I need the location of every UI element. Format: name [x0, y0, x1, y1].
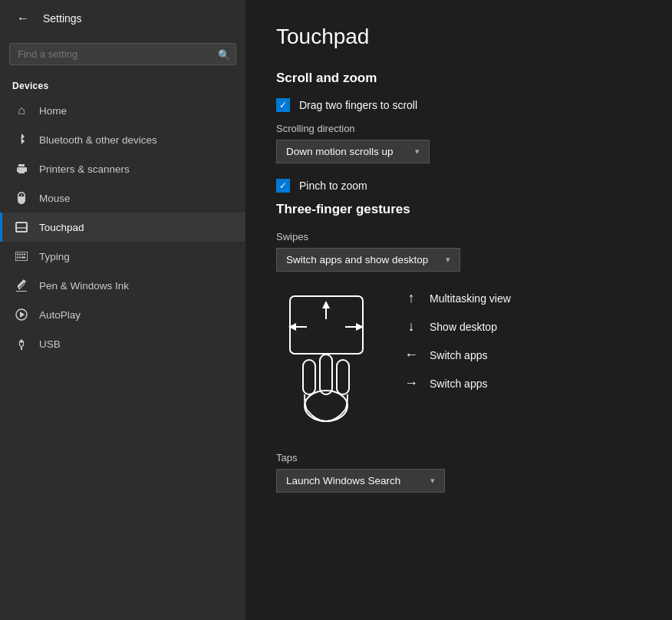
touchpad-icon [15, 220, 28, 234]
sidebar-item-label: Typing [39, 251, 70, 262]
gesture-item-switch-apps-right: → Switch apps [404, 375, 511, 391]
svg-rect-4 [19, 254, 21, 256]
sidebar-item-label: Printers & scanners [39, 163, 130, 175]
dropdown-arrow-icon: ▾ [446, 255, 450, 265]
gesture-label: Switch apps [430, 378, 487, 390]
printer-icon [15, 162, 28, 176]
sidebar-item-label: Home [39, 105, 67, 117]
settings-title: Settings [43, 12, 82, 25]
dropdown-arrow-icon: ▾ [430, 476, 435, 486]
drag-two-fingers-row: ✓ Drag two fingers to scroll [276, 98, 641, 112]
sidebar-item-typing[interactable]: Typing [0, 242, 245, 271]
search-box: 🔍 [9, 43, 236, 65]
svg-rect-0 [16, 223, 27, 232]
svg-rect-9 [21, 257, 25, 259]
sidebar-item-pen[interactable]: Pen & Windows Ink [0, 271, 245, 300]
svg-rect-8 [19, 257, 21, 259]
scrolling-direction-label: Scrolling direction [276, 123, 355, 134]
scrolling-direction-dropdown[interactable]: Down motion scrolls up ▾ [276, 140, 430, 163]
scroll-zoom-section: Scroll and zoom ✓ Drag two fingers to sc… [276, 71, 641, 193]
down-arrow-icon: ↓ [404, 318, 419, 335]
search-icon: 🔍 [218, 48, 230, 60]
three-finger-heading: Three-finger gestures [276, 202, 641, 217]
sidebar-item-bluetooth[interactable]: Bluetooth & other devices [0, 125, 245, 154]
svg-rect-22 [303, 360, 315, 394]
svg-rect-13 [21, 347, 22, 350]
sidebar-item-autoplay[interactable]: AutoPlay [0, 300, 245, 329]
left-arrow-icon: ← [404, 347, 419, 363]
typing-icon [15, 249, 28, 263]
sidebar-item-label: Mouse [39, 193, 71, 204]
gesture-illustration [276, 287, 376, 429]
devices-section-label: Devices [0, 71, 245, 96]
sidebar-item-home[interactable]: ⌂ Home [0, 96, 245, 125]
sidebar: ← Settings 🔍 Devices ⌂ Home Bluetooth & … [0, 0, 245, 620]
gesture-label: Multitasking view [430, 292, 511, 305]
home-icon: ⌂ [15, 104, 28, 117]
checkmark-icon: ✓ [279, 181, 287, 190]
sidebar-item-printers[interactable]: Printers & scanners [0, 154, 245, 183]
svg-marker-12 [20, 312, 25, 318]
sidebar-item-label: Bluetooth & other devices [39, 134, 157, 146]
gesture-item-show-desktop: ↓ Show desktop [404, 318, 511, 335]
gesture-label: Show desktop [430, 321, 497, 333]
taps-value: Launch Windows Search [286, 475, 424, 486]
svg-rect-6 [24, 254, 25, 256]
sidebar-header: ← Settings [0, 0, 245, 37]
gesture-area: ↑ Multitasking view ↓ Show desktop ← Swi… [276, 287, 641, 429]
swipes-label: Swipes [276, 231, 308, 242]
pinch-zoom-label: Pinch to zoom [299, 180, 367, 192]
scrolling-direction-value: Down motion scrolls up [286, 146, 409, 157]
back-button[interactable]: ← [12, 8, 34, 29]
mouse-icon [15, 191, 28, 205]
svg-rect-24 [337, 360, 349, 394]
gesture-item-multitasking: ↑ Multitasking view [404, 290, 511, 306]
search-input[interactable] [9, 43, 236, 65]
up-arrow-icon: ↑ [404, 290, 419, 306]
drag-two-fingers-label: Drag two fingers to scroll [299, 99, 417, 111]
sidebar-nav: ⌂ Home Bluetooth & other devices Printer… [0, 96, 245, 358]
taps-label: Taps [276, 452, 297, 463]
gesture-item-switch-apps-left: ← Switch apps [404, 347, 511, 363]
three-finger-section: Three-finger gestures Swipes Switch apps… [276, 202, 641, 493]
page-title: Touchpad [276, 25, 641, 49]
sidebar-item-mouse[interactable]: Mouse [0, 183, 245, 213]
bluetooth-icon [15, 133, 28, 147]
taps-dropdown[interactable]: Launch Windows Search ▾ [276, 469, 445, 493]
taps-section: Taps Launch Windows Search ▾ [276, 450, 641, 493]
pen-icon [15, 279, 28, 292]
svg-rect-5 [21, 254, 23, 256]
gesture-legend: ↑ Multitasking view ↓ Show desktop ← Swi… [404, 287, 511, 391]
sidebar-item-touchpad[interactable]: Touchpad [0, 213, 245, 242]
drag-two-fingers-checkbox[interactable]: ✓ [276, 98, 290, 112]
svg-rect-3 [17, 254, 18, 256]
swipes-value: Switch apps and show desktop [286, 254, 440, 265]
checkmark-icon: ✓ [279, 101, 287, 110]
svg-rect-23 [320, 355, 332, 394]
sidebar-item-label: AutoPlay [39, 309, 81, 321]
sidebar-item-label: Pen & Windows Ink [39, 280, 129, 292]
autoplay-icon [15, 308, 28, 322]
dropdown-arrow-icon: ▾ [415, 147, 420, 157]
swipes-dropdown[interactable]: Switch apps and show desktop ▾ [276, 248, 460, 272]
pinch-zoom-checkbox[interactable]: ✓ [276, 179, 290, 193]
svg-marker-16 [322, 301, 330, 308]
pinch-zoom-row: ✓ Pinch to zoom [276, 179, 641, 193]
main-content: Touchpad Scroll and zoom ✓ Drag two fing… [245, 0, 672, 620]
usb-icon [15, 337, 28, 351]
svg-rect-7 [17, 257, 18, 259]
scroll-zoom-heading: Scroll and zoom [276, 71, 641, 86]
sidebar-item-usb[interactable]: USB [0, 329, 245, 358]
gesture-label: Switch apps [430, 349, 487, 361]
right-arrow-icon: → [404, 375, 419, 391]
sidebar-item-label: USB [39, 338, 61, 350]
sidebar-item-label: Touchpad [39, 222, 84, 233]
svg-rect-2 [15, 252, 28, 261]
